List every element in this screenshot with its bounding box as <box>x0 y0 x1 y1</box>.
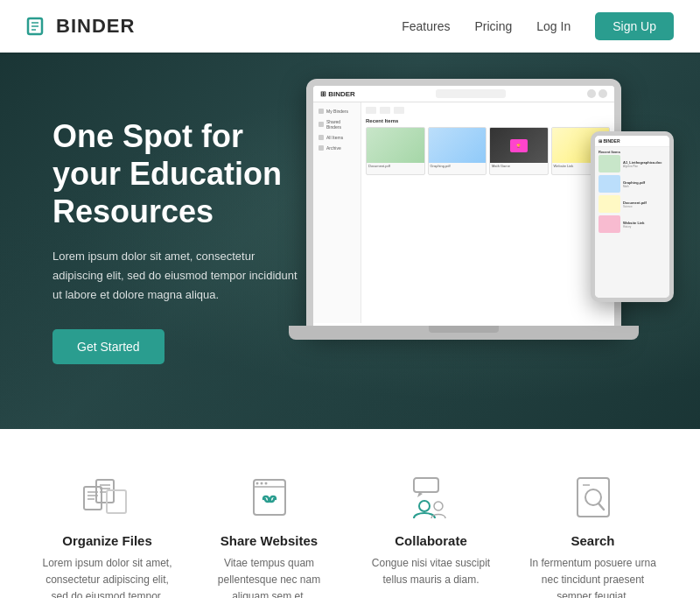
toolbar-btn-3 <box>394 107 404 114</box>
phone-item-text-2: Graphing.pdf Math <box>623 180 666 188</box>
feature-organize-icon <box>81 473 134 521</box>
link-icon <box>247 475 292 520</box>
items-grid: Document.pdf Graphing.pdf 🏆 <box>366 127 610 175</box>
feature-search-icon <box>567 473 620 521</box>
phone-item-text-1: A1_Linthographica.doc Algebra Plan <box>623 160 666 168</box>
files-icon <box>82 475 133 520</box>
people-icon <box>405 475 458 520</box>
user-icon-small <box>598 89 607 98</box>
toolbar-btn-1 <box>366 107 376 114</box>
phone-item-sub-1: Algebra Plan <box>623 165 666 168</box>
laptop-screen: ⊞ BINDER My Binders <box>313 86 614 326</box>
signup-button[interactable]: Sign Up <box>595 12 674 40</box>
phone-item-3: Document.pdf Science <box>598 195 666 213</box>
nav-pricing[interactable]: Pricing <box>474 19 512 33</box>
feature-share-title: Share Websites <box>220 533 318 548</box>
svg-rect-13 <box>254 480 285 515</box>
laptop-base <box>289 326 639 340</box>
app-main-content: Recent Items Document.pdf Graphing.pdf <box>361 102 614 323</box>
phone-item-1: A1_Linthographica.doc Algebra Plan <box>598 155 666 172</box>
svg-point-15 <box>256 482 258 484</box>
hero-devices: ⊞ BINDER My Binders <box>306 79 674 403</box>
app-header-icons <box>587 89 607 98</box>
gear-icon-small <box>587 89 596 98</box>
nav-features[interactable]: Features <box>402 19 450 33</box>
features-section: Organize Files Lorem ipsum dolor sit ame… <box>0 429 700 598</box>
logo[interactable]: BINDER <box>26 15 135 38</box>
sidebar-dot <box>318 145 324 151</box>
phone-item-2: Graphing.pdf Math <box>598 175 666 193</box>
recent-items-label: Recent Items <box>366 118 610 123</box>
feature-search-desc: In fermentum posuere urna nec tincidunt … <box>523 555 663 598</box>
phone-mockup: ⊞ BINDER Recent Items A1_Linthographica.… <box>591 131 674 302</box>
toolbar-btn-2 <box>380 107 390 114</box>
svg-point-19 <box>419 501 430 511</box>
phone-app-ui: ⊞ BINDER Recent Items A1_Linthographica.… <box>595 136 669 298</box>
phone-recent-label: Recent Items <box>595 147 669 155</box>
phone-header: ⊞ BINDER <box>595 136 669 147</box>
item-thumb-3: 🏆 <box>490 128 548 163</box>
app-ui-logo: ⊞ BINDER <box>320 90 355 98</box>
nav-links: Features Pricing Log In Sign Up <box>402 12 674 40</box>
sidebar-item-my-binders: My Binders <box>317 107 357 116</box>
svg-rect-21 <box>578 478 609 517</box>
svg-point-20 <box>434 502 443 510</box>
feature-collaborate: Collaborate Congue nisi vitae suscipit t… <box>361 473 501 588</box>
svg-point-16 <box>260 482 262 484</box>
sidebar-item-all: All Items <box>317 133 357 142</box>
phone-item-sub-3: Science <box>623 205 666 208</box>
feature-organize: Organize Files Lorem ipsum dolor sit ame… <box>38 473 178 598</box>
sidebar-item-shared: Shared Binders <box>317 117 357 131</box>
hero-content: One Spot for your Education Resources Lo… <box>0 117 298 364</box>
feature-search-title: Search <box>570 533 614 548</box>
item-label-1: Document.pdf <box>367 163 424 169</box>
app-sidebar: My Binders Shared Binders All Items <box>313 102 361 323</box>
item-card-1: Document.pdf <box>366 127 425 175</box>
sidebar-item-archive: Archive <box>317 144 357 152</box>
feature-organize-title: Organize Files <box>62 533 152 548</box>
feature-collaborate-desc: Congue nisi vitae suscipit tellus mauris… <box>361 555 501 588</box>
logo-text: BINDER <box>56 15 135 38</box>
item-card-2: Graphing.pdf <box>428 127 487 175</box>
phone-item-text-4: Website Link History <box>623 221 666 229</box>
svg-point-17 <box>264 482 267 484</box>
item-label-2: Graphing.pdf <box>429 163 486 169</box>
phone-thumb-3 <box>598 195 620 213</box>
app-header: ⊞ BINDER <box>313 86 614 102</box>
feature-organize-desc: Lorem ipsum dolor sit amet, consectetur … <box>38 555 178 598</box>
app-ui: ⊞ BINDER My Binders <box>313 86 614 326</box>
navbar: BINDER Features Pricing Log In Sign Up <box>0 0 700 53</box>
phone-item-4: Website Link History <box>598 215 666 233</box>
sidebar-dot <box>318 122 324 127</box>
phone-thumb-2 <box>598 175 620 193</box>
hero-subtitle: Lorem ipsum dolor sit amet, consectetur … <box>52 247 298 305</box>
search-icon <box>570 475 616 520</box>
item-thumb-2 <box>429 128 486 163</box>
phone-thumb-1 <box>598 155 620 172</box>
hero-title: One Spot for your Education Resources <box>52 117 298 231</box>
feature-collaborate-icon <box>405 473 458 521</box>
feature-share-icon <box>243 473 296 521</box>
feature-share-desc: Vitae tempus quam pellentesque nec nam a… <box>200 555 340 598</box>
phone-item-text-3: Document.pdf Science <box>623 201 666 208</box>
feature-collaborate-title: Collaborate <box>395 533 467 548</box>
item-thumb-1 <box>367 128 424 163</box>
laptop-mockup: ⊞ BINDER My Binders <box>306 79 621 333</box>
hero-section: One Spot for your Education Resources Lo… <box>0 53 700 429</box>
svg-rect-18 <box>414 478 438 492</box>
phone-item-sub-4: History <box>623 225 666 229</box>
nav-login[interactable]: Log In <box>536 19 570 33</box>
get-started-button[interactable]: Get Started <box>52 329 164 364</box>
feature-search: Search In fermentum posuere urna nec tin… <box>523 473 663 598</box>
phone-screen: ⊞ BINDER Recent Items A1_Linthographica.… <box>595 136 669 298</box>
app-body: My Binders Shared Binders All Items <box>313 102 614 323</box>
sidebar-dot <box>318 109 324 114</box>
sidebar-dot <box>318 135 324 140</box>
logo-icon <box>26 17 51 36</box>
app-search-bar <box>436 89 506 98</box>
phone-items-list: A1_Linthographica.doc Algebra Plan Graph… <box>595 155 669 233</box>
feature-share: Share Websites Vitae tempus quam pellent… <box>200 473 340 598</box>
phone-thumb-4 <box>598 215 620 233</box>
phone-item-sub-2: Math <box>623 185 666 188</box>
phone-item-title-1: A1_Linthographica.doc <box>623 160 666 165</box>
